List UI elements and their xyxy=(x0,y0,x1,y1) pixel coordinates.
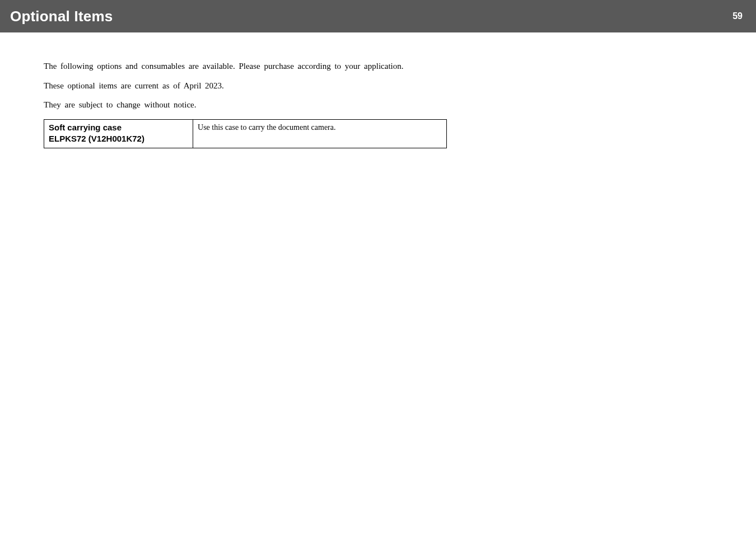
item-description-cell: Use this case to carry the document came… xyxy=(193,119,447,148)
page-number: 59 xyxy=(732,11,743,21)
item-description: Use this case to carry the document came… xyxy=(198,123,335,132)
page-title: Optional Items xyxy=(10,8,113,25)
page-header: Optional Items 59 xyxy=(0,0,756,32)
content-area: The following options and consumables ar… xyxy=(0,32,756,148)
table-row: Soft carrying case ELPKS72 (V12H001K72) … xyxy=(44,119,447,148)
item-name-cell: Soft carrying case ELPKS72 (V12H001K72) xyxy=(44,119,193,148)
intro-paragraph-3: They are subject to change without notic… xyxy=(44,98,756,113)
intro-paragraph-2: These optional items are current as of A… xyxy=(44,79,756,93)
item-name-line2: ELPKS72 (V12H001K72) xyxy=(49,133,188,144)
item-name-line1: Soft carrying case xyxy=(49,122,188,133)
options-table: Soft carrying case ELPKS72 (V12H001K72) … xyxy=(44,119,447,149)
intro-paragraph-1: The following options and consumables ar… xyxy=(44,59,756,74)
